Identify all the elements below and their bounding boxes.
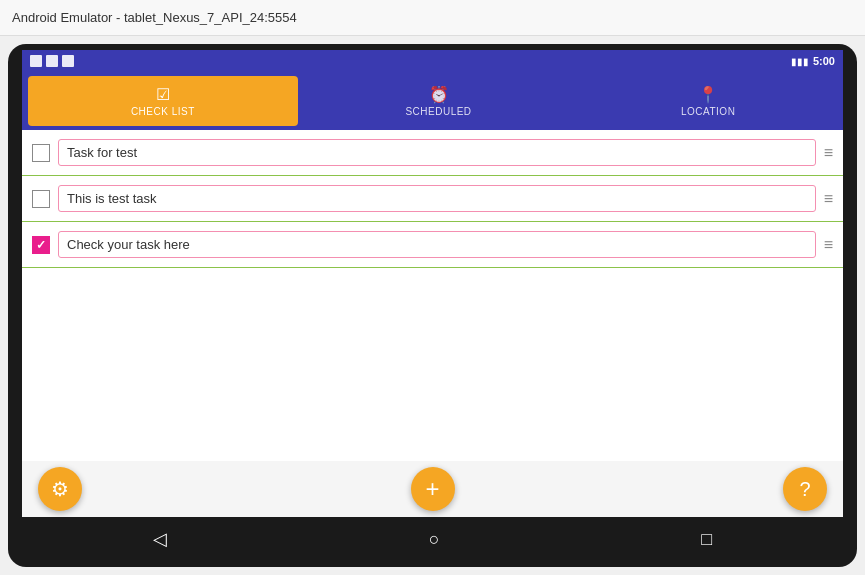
task-list: ≡ ≡ ≡ bbox=[22, 130, 843, 461]
task-2-checkbox[interactable] bbox=[32, 190, 50, 208]
task-2-menu-icon[interactable]: ≡ bbox=[824, 190, 833, 208]
task-1-checkbox[interactable] bbox=[32, 144, 50, 162]
status-icon-1 bbox=[30, 55, 42, 67]
task-3-menu-icon[interactable]: ≡ bbox=[824, 236, 833, 254]
status-icon-3 bbox=[62, 55, 74, 67]
task-1-input[interactable] bbox=[58, 139, 816, 166]
task-2-input[interactable] bbox=[58, 185, 816, 212]
tab-location[interactable]: 📍 LOCATION bbox=[573, 72, 843, 130]
task-row: ≡ bbox=[22, 130, 843, 176]
location-tab-label: LOCATION bbox=[681, 106, 735, 117]
tab-bar: ☑ CHECK LIST ⏰ SCHEDULED 📍 LOCATION bbox=[22, 72, 843, 130]
back-nav-button[interactable]: ◁ bbox=[133, 520, 187, 558]
add-icon: + bbox=[425, 475, 439, 503]
task-3-checkbox[interactable] bbox=[32, 236, 50, 254]
device-outer: ▮▮▮ 5:00 ☑ CHECK LIST ⏰ SCHEDULED 📍 LOCA… bbox=[8, 44, 857, 567]
task-row: ≡ bbox=[22, 176, 843, 222]
add-fab-button[interactable]: + bbox=[411, 467, 455, 511]
title-bar: Android Emulator - tablet_Nexus_7_API_24… bbox=[0, 0, 865, 36]
status-bar: ▮▮▮ 5:00 bbox=[22, 50, 843, 72]
status-bar-right: ▮▮▮ 5:00 bbox=[791, 55, 835, 67]
task-3-input[interactable] bbox=[58, 231, 816, 258]
scheduled-tab-icon: ⏰ bbox=[429, 85, 449, 104]
recent-nav-button[interactable]: □ bbox=[681, 521, 732, 558]
checklist-tab-icon: ☑ bbox=[156, 85, 170, 104]
scheduled-tab-label: SCHEDULED bbox=[405, 106, 471, 117]
bottom-nav: ◁ ○ □ bbox=[22, 517, 843, 561]
window-frame: Android Emulator - tablet_Nexus_7_API_24… bbox=[0, 0, 865, 575]
help-icon: ? bbox=[799, 478, 810, 501]
settings-icon: ⚙ bbox=[51, 477, 69, 501]
status-icon-2 bbox=[46, 55, 58, 67]
window-title: Android Emulator - tablet_Nexus_7_API_24… bbox=[12, 10, 297, 25]
status-time: 5:00 bbox=[813, 55, 835, 67]
location-tab-icon: 📍 bbox=[698, 85, 718, 104]
checklist-tab-label: CHECK LIST bbox=[131, 106, 195, 117]
tab-checklist[interactable]: ☑ CHECK LIST bbox=[28, 76, 298, 126]
help-fab-button[interactable]: ? bbox=[783, 467, 827, 511]
home-nav-button[interactable]: ○ bbox=[409, 521, 460, 558]
tab-scheduled[interactable]: ⏰ SCHEDULED bbox=[304, 72, 574, 130]
settings-fab-button[interactable]: ⚙ bbox=[38, 467, 82, 511]
status-left-icons bbox=[30, 55, 74, 67]
task-row: ≡ bbox=[22, 222, 843, 268]
fab-bar: ⚙ + ? bbox=[22, 461, 843, 517]
battery-icon: ▮▮▮ bbox=[791, 56, 809, 67]
task-1-menu-icon[interactable]: ≡ bbox=[824, 144, 833, 162]
device-screen: ▮▮▮ 5:00 ☑ CHECK LIST ⏰ SCHEDULED 📍 LOCA… bbox=[22, 50, 843, 561]
